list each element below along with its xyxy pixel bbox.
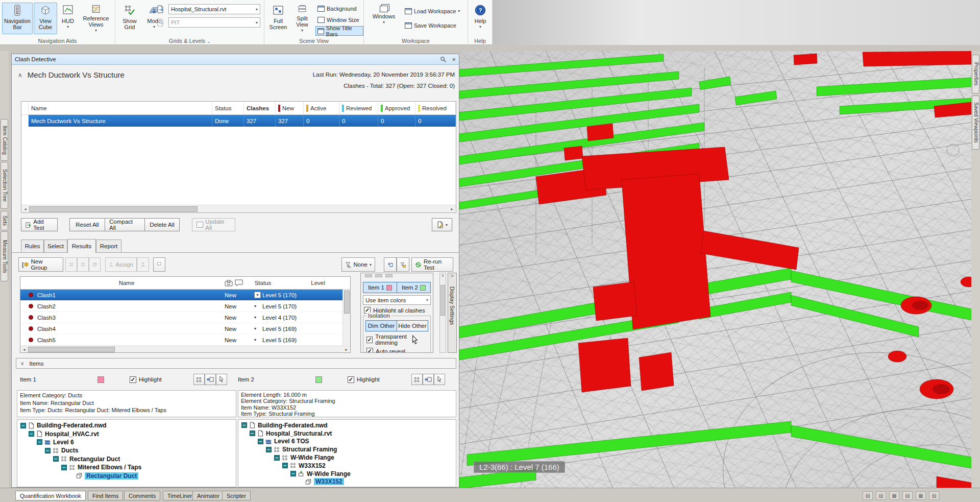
tree-collapse-icon[interactable]: − — [37, 439, 42, 445]
sidebar-tab-measure-tools[interactable]: Measure Tools — [1, 231, 8, 281]
status-dropdown-arrow[interactable]: ▾ — [254, 292, 261, 298]
remove-from-group-button[interactable] — [89, 257, 101, 272]
statusbar-icon[interactable]: ▤ — [929, 491, 939, 500]
clash-row[interactable]: Clash4 New ▾ Level 5 (169) — [20, 323, 350, 334]
tree-node-selected[interactable]: Rectangular Duct — [17, 471, 236, 480]
tree-node[interactable]: −Mitered Elbows / Taps — [17, 463, 236, 471]
tests-table-hscrollbar[interactable]: ◂▸ — [21, 205, 456, 212]
new-group-button[interactable]: [✱ New Group — [18, 257, 63, 272]
statusbar-icon[interactable]: ▤ — [863, 491, 873, 500]
tab-timeliner[interactable]: TimeLiner — [163, 491, 197, 500]
rerun-test-button[interactable]: Re-run Test — [411, 257, 453, 272]
grids-levels-expander-icon[interactable]: ⌄ — [207, 39, 210, 44]
item2-select-group-button[interactable] — [411, 374, 423, 385]
item1-back-button[interactable] — [205, 374, 216, 385]
tree-collapse-icon[interactable]: − — [241, 422, 247, 428]
flyout-vscrollbar[interactable]: ∧ — [439, 273, 446, 353]
status-dropdown-arrow[interactable]: ▾ — [254, 304, 262, 308]
add-test-button[interactable]: Add Test — [21, 218, 58, 231]
tree-node[interactable]: −W-Wide Flange — [238, 453, 456, 462]
sidebar-tab-sets[interactable]: Sets — [1, 211, 8, 230]
sidebar-tab-item-catalog[interactable]: Item Catalog — [1, 119, 8, 161]
clash-grid-header[interactable]: Name Status Level — [20, 277, 350, 290]
statusbar-icon[interactable]: ▦ — [889, 491, 899, 500]
hud-button[interactable]: HUD ▾ — [58, 3, 78, 34]
help-button[interactable]: Help ▾ — [471, 3, 490, 34]
add-to-group-button[interactable] — [77, 257, 89, 272]
undo-button[interactable] — [384, 257, 397, 272]
tree-collapse-icon[interactable]: − — [274, 455, 280, 461]
tree-collapse-icon[interactable]: − — [282, 463, 288, 468]
reset-all-button[interactable]: Reset All — [69, 218, 105, 231]
group-items-button[interactable] — [65, 257, 77, 272]
tree-node-selected[interactable]: W33X152 — [238, 478, 456, 486]
tree-node[interactable]: −Building-Federated.nwd — [238, 421, 456, 429]
close-icon[interactable]: × — [452, 56, 456, 63]
statusbar-icon[interactable]: ▤ — [902, 491, 913, 500]
background-button[interactable]: Background — [315, 4, 359, 13]
tree-collapse-icon[interactable]: − — [266, 447, 272, 452]
item1-highlight-checkbox[interactable]: ✓ — [130, 376, 136, 383]
filter-settings-button[interactable] — [397, 257, 409, 272]
clash-grid-vscrollbar[interactable] — [342, 290, 350, 345]
level-combo[interactable]: PIT▾ — [168, 17, 260, 28]
item2-back-button[interactable] — [423, 374, 434, 385]
assign-button[interactable]: Assign — [105, 257, 137, 272]
status-dropdown-arrow[interactable]: ▾ — [254, 338, 262, 342]
tree-collapse-icon[interactable]: − — [61, 465, 67, 470]
item1-select-group-button[interactable] — [193, 374, 205, 385]
tab-comments[interactable]: Comments — [124, 491, 160, 500]
show-title-bars-button[interactable]: Show Title Bars — [315, 26, 363, 36]
model-combo[interactable]: Hospital_Structural.rvt▾ — [168, 4, 260, 14]
tab-report[interactable]: Report — [96, 240, 121, 252]
tree-node[interactable]: −Level 6 — [17, 438, 236, 446]
tree-collapse-icon[interactable]: − — [45, 448, 51, 453]
tab-scripter[interactable]: Scripter — [222, 491, 251, 500]
display-settings-tab[interactable]: ≻ Display Settings — [448, 273, 457, 353]
statusbar-icon[interactable]: ▦ — [916, 491, 926, 500]
tree-collapse-icon[interactable]: − — [258, 439, 263, 444]
tree-collapse-icon[interactable]: − — [290, 471, 296, 476]
item1-color-toggle[interactable]: Item 1 — [363, 282, 397, 293]
tree-node[interactable]: −Rectangular Duct — [17, 455, 236, 463]
statusbar-icon[interactable]: ▤ — [876, 491, 886, 500]
items-section-header[interactable]: ∨ Items — [16, 358, 456, 369]
load-workspace-button[interactable]: Load Workspace▾ — [403, 6, 462, 16]
item2-select-button[interactable] — [434, 374, 445, 385]
tree-node[interactable]: −W33X152 — [238, 462, 456, 470]
dim-other-button[interactable]: Dim Other — [366, 321, 397, 331]
sidebar-tab-saved-viewpoints[interactable]: Saved Viewpoints — [972, 95, 979, 150]
auto-reveal-checkbox[interactable]: ✓Auto reveal — [366, 348, 427, 353]
tree-collapse-icon[interactable]: − — [250, 431, 255, 436]
compact-all-button[interactable]: Compact All — [105, 218, 145, 231]
items-collapse-chevron[interactable]: ∨ — [20, 361, 24, 366]
update-all-button[interactable]: Update All — [192, 218, 235, 231]
navigation-bar-button[interactable]: Navigation Bar — [2, 3, 33, 34]
test-summary-header[interactable]: ∧ Mech Ductwork Vs Structure — [18, 70, 125, 79]
use-item-colors-select[interactable]: Use item colors▾ — [363, 295, 431, 305]
tree-node[interactable]: −Ducts — [17, 446, 236, 455]
pin-icon[interactable] — [440, 56, 447, 63]
add-comment-button[interactable] — [153, 257, 165, 272]
flyout-expand-arrow[interactable]: ≻ — [448, 273, 456, 278]
tree-node[interactable]: −Building-Federated.nwd — [17, 421, 236, 429]
unassign-button[interactable] — [137, 257, 149, 272]
status-dropdown-arrow[interactable]: ▾ — [254, 315, 262, 320]
view-cube-button[interactable]: View Cube — [34, 3, 57, 34]
tree-node[interactable]: −Structural Framing — [238, 445, 456, 453]
scene-viewport[interactable]: L2-3(66) : Level 7 (166) — [459, 51, 971, 488]
tab-results[interactable]: Results — [67, 239, 96, 253]
tab-animator[interactable]: Animator — [192, 491, 224, 500]
show-grid-button[interactable]: Show Grid — [117, 3, 142, 34]
clash-grid-hscrollbar[interactable]: ◂▸ — [20, 346, 350, 352]
item2-color-toggle[interactable]: Item 2 — [397, 282, 430, 293]
status-dropdown-arrow[interactable]: ▾ — [254, 326, 262, 331]
collapse-chevron-icon[interactable]: ∧ — [18, 71, 22, 79]
sidebar-tab-selection-tree[interactable]: Selection Tree — [1, 162, 8, 209]
tree-collapse-icon[interactable]: − — [29, 431, 34, 437]
test-row-selected[interactable]: Mech Ductwork Vs Structure Done 327 327 … — [21, 115, 456, 127]
panel-title-bar[interactable]: Clash Detective × — [12, 54, 459, 65]
windows-button[interactable]: Windows ▾ — [370, 3, 398, 34]
sidebar-tab-properties[interactable]: Properties — [972, 55, 979, 93]
delete-all-button[interactable]: Delete All — [144, 218, 180, 231]
